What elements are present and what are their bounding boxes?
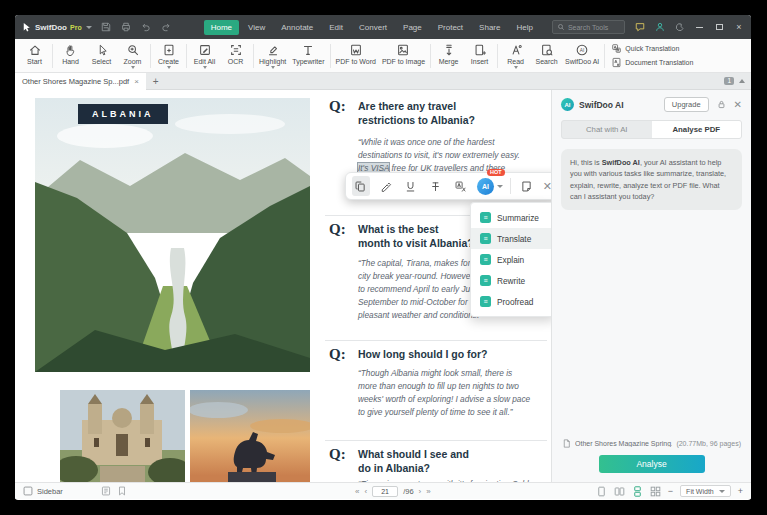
tab-chat-with-ai[interactable]: Chat with AI [562,121,652,138]
checkbox-icon[interactable] [23,486,33,496]
toolbar-item-hand[interactable]: Hand [55,40,86,72]
new-page-icon [162,43,176,57]
q-mark: Q: [329,446,346,463]
bookmark-panel-icon[interactable] [117,486,127,496]
continuous-scroll-view-icon[interactable] [632,486,643,497]
close-selection-toolbar-icon[interactable]: ✕ [543,180,551,193]
notification-badge[interactable]: 1 [724,77,734,86]
ai-menu-rewrite[interactable]: ≡ Rewrite [471,270,551,291]
theme-icon[interactable] [674,22,685,33]
document-tab[interactable]: Other Shores Magazine Sp...pdf × [15,73,146,90]
toolbar-item-quick-translation[interactable]: Quick Translation [611,43,693,54]
typewriter-icon [301,43,315,57]
hand-icon [64,43,78,57]
albania-valley-photo [35,98,310,372]
save-button[interactable] [98,19,114,35]
maximize-button[interactable] [713,21,725,33]
toolbar-separator [497,44,498,68]
menu-help[interactable]: Help [509,20,539,35]
toolbar-item-ocr[interactable]: OCR [220,40,251,72]
print-button[interactable] [118,19,134,35]
collapse-toolbar-icon[interactable] [739,79,745,83]
user-icon[interactable] [654,21,666,33]
search-tools-input[interactable] [568,24,620,31]
highlight-button[interactable] [377,176,395,196]
upgrade-button[interactable]: Upgrade [664,97,709,112]
single-page-view-icon[interactable] [596,486,607,497]
toolbar-item-pdf-to-word[interactable]: PDF to Word [333,40,379,72]
search-doc-icon [540,43,554,57]
translate-icon: ≡ [480,233,491,244]
zoom-level-select[interactable]: Fit Width [680,485,731,497]
toolbar-item-create[interactable]: Create [153,40,184,72]
ai-menu-translate[interactable]: ≡ Translate [471,228,551,249]
titlebar-right: × [634,21,745,33]
next-page-icon[interactable]: › [419,487,422,496]
page-number-input[interactable] [372,486,398,497]
zoom-in-button[interactable]: + [738,486,743,496]
analyse-button[interactable]: Analyse [599,455,705,473]
new-tab-button[interactable]: + [153,76,159,87]
zoom-out-button[interactable]: − [668,486,673,496]
underline-button[interactable] [402,176,420,196]
menu-share[interactable]: Share [472,20,507,35]
minimize-button[interactable] [693,21,705,33]
toolbar-item-zoom[interactable]: Zoom [117,40,148,72]
thumbnail-panel-icon[interactable] [101,486,111,496]
menu-protect[interactable]: Protect [431,20,470,35]
sidebar-toggle[interactable]: Sidebar [23,486,63,496]
previous-page-icon[interactable]: ‹ [364,487,367,496]
translate-button[interactable] [452,176,470,196]
document-translation-icon [611,57,622,68]
message-icon[interactable] [634,21,646,33]
search-tools-box[interactable] [552,20,625,34]
toolbar-item-edit-all[interactable]: Edit All [189,40,220,72]
toolbar-item-search[interactable]: Search [531,40,562,72]
summarize-icon: ≡ [480,212,491,223]
file-meta: (20.77Mb, 96 pages) [676,440,741,447]
menu-edit[interactable]: Edit [322,20,350,35]
redo-button[interactable] [158,19,174,35]
note-button[interactable] [518,176,536,196]
undo-button[interactable] [138,19,154,35]
menu-convert[interactable]: Convert [352,20,394,35]
menu-page[interactable]: Page [396,20,429,35]
menu-view[interactable]: View [241,20,272,35]
close-button[interactable]: × [733,21,745,33]
sidebar-toggle-label: Sidebar [37,487,63,496]
title-bar: SwifDoo Pro Home View Annotate Edit Conv… [15,15,751,39]
toolbar-item-read[interactable]: Read [500,40,531,72]
toolbar-item-insert[interactable]: Insert [464,40,495,72]
ai-menu-explain[interactable]: ≡ Explain [471,249,551,270]
ocr-scan-icon [229,43,243,57]
lock-icon[interactable] [716,99,727,110]
first-page-icon[interactable]: « [355,487,359,496]
toolbar-item-highlight[interactable]: Highlight [256,40,289,72]
menu-home[interactable]: Home [204,20,239,35]
toolbar-item-merge[interactable]: Merge [433,40,464,72]
attached-file-row[interactable]: Other Shores Magazine Spring... (20.77Mb… [562,439,741,448]
ai-menu-summarize[interactable]: ≡ Summarize [471,207,551,228]
two-page-view-icon[interactable] [614,486,625,497]
grid-view-icon[interactable] [650,486,661,497]
app-logo[interactable]: SwifDoo Pro [21,22,92,33]
toolbar-item-typewriter[interactable]: Typewriter [289,40,327,72]
toolbar-item-start[interactable]: Start [19,40,50,72]
toolbar-item-pdf-to-image[interactable]: PDF to Image [379,40,428,72]
tab-analyse-pdf[interactable]: Analyse PDF [652,121,742,138]
ai-menu-proofread[interactable]: ≡ Proofread [471,291,551,312]
last-page-icon[interactable]: » [426,487,430,496]
selection-toolbar: AI HOT ✕ [345,172,551,200]
toolbar-item-swifdoo-ai[interactable]: AI SwifDoo AI [562,40,602,72]
q-mark: Q: [329,346,346,363]
strikethrough-button[interactable] [427,176,445,196]
ai-assistant-button[interactable]: AI HOT [477,178,503,195]
menu-annotate[interactable]: Annotate [274,20,320,35]
tab-close-icon[interactable]: × [134,77,139,86]
toolbar-item-select[interactable]: Select [86,40,117,72]
read-mode-icon [509,43,523,57]
ai-sidebar-header: AI SwifDoo AI Upgrade ✕ [552,90,751,116]
copy-button[interactable] [352,176,370,196]
toolbar-item-document-translation[interactable]: Document Translation [611,57,693,68]
close-sidebar-icon[interactable]: ✕ [734,99,742,110]
